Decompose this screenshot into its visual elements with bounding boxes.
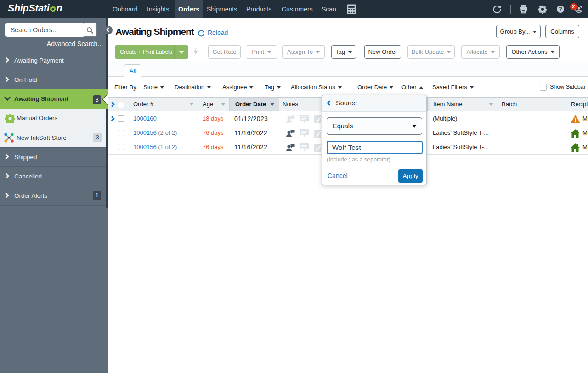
svg-text:?: ? — [559, 6, 562, 12]
